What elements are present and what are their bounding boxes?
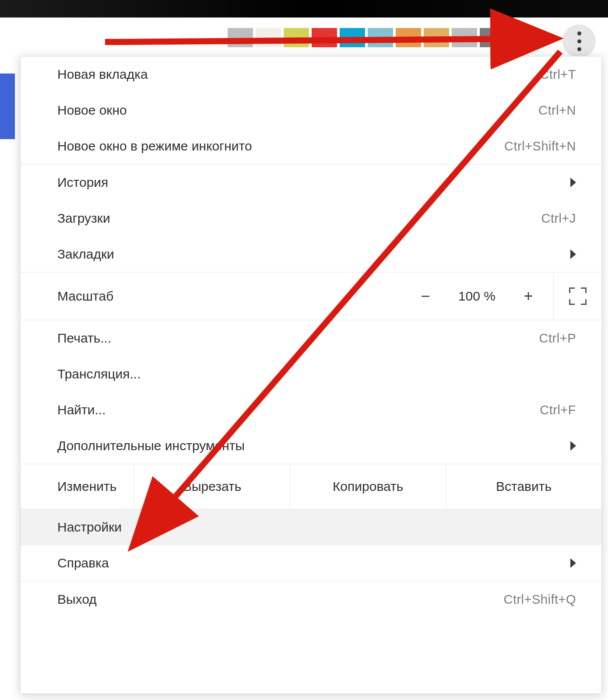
kebab-dot [577,39,581,43]
menu-item-label: Загрузки [57,211,110,226]
menu-item[interactable]: Новое окно в режиме инкогнитоCtrl+Shift+… [21,128,601,164]
zoom-row: Масштаб−100 %+ [21,273,601,320]
zoom-label: Масштаб [57,289,414,304]
menu-item-shortcut: Ctrl+Shift+Q [503,592,576,607]
zoom-in-button[interactable]: + [517,284,540,308]
menu-section: НастройкиСправка [21,509,601,581]
menu-item-label: Новое окно [57,103,127,118]
menu-item[interactable]: ЗагрузкиCtrl+J [21,200,601,236]
menu-item[interactable]: Настройки [21,509,601,545]
menu-item[interactable]: Печать...Ctrl+P [21,320,601,356]
menu-item[interactable]: Новое окноCtrl+N [21,92,601,128]
menu-item-label: Справка [57,556,109,570]
cut-button[interactable]: Вырезать [134,464,290,509]
menu-item-label: Печать... [57,331,111,346]
menu-item[interactable]: Трансляция... [21,356,601,392]
chevron-right-icon [570,558,576,568]
chevron-right-icon [570,441,576,451]
menu-section: ИсторияЗагрузкиCtrl+JЗакладки [21,164,601,273]
chrome-main-menu: Новая вкладкаCtrl+TНовое окноCtrl+NНовое… [20,56,602,694]
menu-item[interactable]: История [21,164,601,200]
menu-item-shortcut: Ctrl+P [539,331,576,346]
chevron-right-icon [570,178,576,187]
menu-item-label: Дополнительные инструменты [57,438,245,453]
menu-item-label: Выход [57,592,97,607]
menu-item[interactable]: Найти...Ctrl+F [21,392,601,428]
edit-label: Изменить [21,464,134,509]
menu-item-shortcut: Ctrl+F [540,403,576,417]
menu-section: ИзменитьВырезатьКопироватьВставить [21,464,601,509]
menu-item-label: Новая вкладка [57,67,148,82]
menu-item[interactable]: ВыходCtrl+Shift+Q [21,581,601,617]
tab-favicon[interactable] [424,28,449,47]
page-accent-stripe [0,74,15,139]
menu-item[interactable]: Дополнительные инструменты [21,428,601,464]
tab-strip [228,28,520,49]
menu-item-shortcut: Ctrl+J [541,211,576,226]
zoom-out-button[interactable]: − [414,284,437,308]
menu-section: Новая вкладкаCtrl+TНовое окноCtrl+NНовое… [21,56,601,164]
edit-row: ИзменитьВырезатьКопироватьВставить [21,464,601,509]
menu-item-label: История [57,175,108,190]
chevron-right-icon [570,249,576,259]
fullscreen-button[interactable] [553,273,601,320]
tab-favicon[interactable] [452,28,477,47]
tab-favicon[interactable] [368,28,393,47]
menu-section: Печать...Ctrl+PТрансляция...Найти...Ctrl… [21,320,601,464]
fullscreen-icon [569,287,587,305]
kebab-dot [577,47,581,51]
tab-favicon[interactable] [228,28,253,47]
paste-button[interactable]: Вставить [446,464,601,509]
menu-item-shortcut: Ctrl+Shift+N [504,139,576,154]
menu-item-label: Новое окно в режиме инкогнито [57,139,252,154]
menu-item[interactable]: Закладки [21,236,601,272]
tab-favicon[interactable] [312,28,337,47]
chrome-menu-button[interactable] [562,24,596,58]
window-title-bar [0,0,608,18]
menu-item-label: Настройки [57,520,122,535]
tab-favicon[interactable] [396,28,421,47]
menu-item-label: Закладки [57,247,114,262]
tab-favicon[interactable] [256,28,281,47]
zoom-controls: −100 %+ [414,284,542,308]
zoom-value: 100 % [454,289,500,304]
tab-favicon[interactable] [284,28,309,47]
menu-item-label: Трансляция... [57,367,141,382]
tab-favicon[interactable] [480,28,505,47]
kebab-dot [577,32,581,35]
menu-item[interactable]: Справка [21,545,601,581]
menu-item-label: Найти... [57,402,106,417]
menu-section: Масштаб−100 %+ [21,273,601,320]
menu-item[interactable]: Новая вкладкаCtrl+T [21,56,601,92]
menu-item-shortcut: Ctrl+T [540,67,576,82]
copy-button[interactable]: Копировать [290,464,446,509]
tab-favicon[interactable] [340,28,365,47]
menu-section: ВыходCtrl+Shift+Q [21,581,601,617]
menu-item-shortcut: Ctrl+N [538,103,576,118]
